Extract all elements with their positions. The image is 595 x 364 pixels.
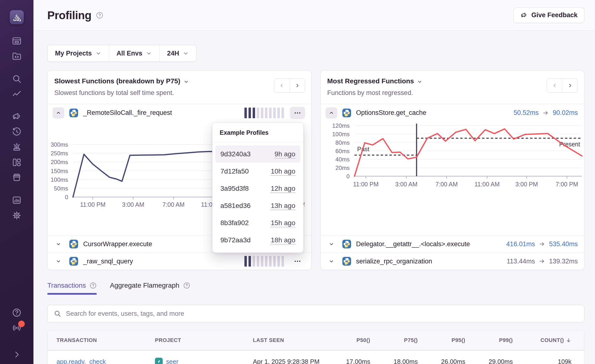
sidebar-item-dashboards[interactable]	[11, 157, 22, 168]
column-header-p99[interactable]: P99()	[465, 337, 513, 343]
tab-transactions[interactable]: Transactions	[47, 282, 97, 295]
expand-row-button[interactable]	[53, 241, 64, 247]
after-value[interactable]: 535.40ms	[549, 240, 578, 248]
sidebar-item-stats[interactable]	[11, 195, 22, 206]
project-cell[interactable]: seer	[155, 358, 253, 364]
pager-next-button[interactable]	[562, 79, 578, 92]
profile-age-link[interactable]: 12h ago	[271, 185, 295, 192]
distribution-bar	[253, 108, 255, 118]
function-name[interactable]: Delegator.__getattr__.<locals>.execute	[356, 240, 470, 248]
sidebar-item-releases[interactable]	[11, 172, 22, 183]
profile-age-link[interactable]: 15h ago	[271, 219, 295, 227]
chevron-right-icon	[567, 83, 573, 88]
sidebar-nav	[11, 35, 22, 221]
profile-item[interactable]: 8b3fa902 15h ago	[215, 214, 300, 231]
column-header-last-seen[interactable]: LAST SEEN	[253, 337, 323, 343]
column-header-p95[interactable]: P95()	[418, 337, 465, 343]
distribution-bar	[257, 256, 259, 267]
p75-distribution-bars	[244, 108, 284, 118]
before-value[interactable]: 416.01ms	[506, 240, 535, 248]
sidebar-item-traces[interactable]	[11, 88, 22, 100]
slowest-functions-title[interactable]: Slowest Functions (breakdown by P75)	[54, 77, 189, 85]
pager-previous-button[interactable]	[274, 79, 289, 92]
column-header-p75[interactable]: P75()	[370, 337, 418, 343]
profiling-help-icon[interactable]	[96, 11, 104, 19]
profile-id: a581ed36	[220, 202, 251, 210]
sentry-logo[interactable]	[10, 10, 24, 24]
releases-icon	[12, 173, 22, 183]
expand-row-button[interactable]	[53, 259, 64, 264]
after-value: 139.32ms	[549, 258, 578, 265]
function-name[interactable]: _raw_snql_query	[83, 258, 133, 265]
sidebar-item-whats-new[interactable]	[11, 322, 22, 333]
svg-text:11:00 AM: 11:00 AM	[474, 181, 499, 188]
chevron-right-icon	[12, 350, 21, 359]
function-name[interactable]: OptionsStore.get_cache	[356, 109, 426, 117]
profile-item[interactable]: 9d3240a3 9h ago	[215, 145, 300, 163]
sidebar-item-user-feedback[interactable]	[11, 111, 22, 122]
most-regressed-title[interactable]: Most Regressed Functions	[327, 77, 423, 85]
profile-item[interactable]: 7d12fa50 10h ago	[215, 163, 300, 180]
sidebar-item-alerts[interactable]	[11, 142, 22, 153]
transaction-link[interactable]: app.ready._check	[56, 358, 155, 364]
sidebar-item-replays[interactable]	[11, 126, 22, 137]
function-name[interactable]: CursorWrapper.execute	[83, 240, 152, 248]
search-input[interactable]	[66, 310, 578, 317]
sidebar-item-help[interactable]	[11, 307, 22, 318]
view-tabs: Transactions Aggregate Flamegraph	[47, 282, 584, 295]
python-icon	[69, 109, 78, 117]
function-name[interactable]: _RemoteSiloCall._fire_request	[83, 109, 172, 117]
svg-text:40ms: 40ms	[335, 156, 350, 163]
after-value[interactable]: 90.02ms	[553, 109, 578, 117]
pager-previous-button[interactable]	[547, 79, 562, 92]
expand-row-button[interactable]	[326, 241, 337, 247]
projects-icon	[12, 51, 22, 61]
sidebar-item-explore[interactable]	[11, 73, 22, 84]
environment-filter-label: All Envs	[117, 50, 143, 57]
sidebar-item-projects[interactable]	[11, 51, 22, 62]
sidebar-collapse-toggle[interactable]	[11, 349, 22, 360]
python-icon	[342, 240, 351, 248]
tab-help-icon[interactable]	[183, 282, 190, 289]
distribution-bar	[265, 108, 267, 118]
distribution-bar	[273, 256, 276, 267]
profile-item[interactable]: 3a95d3f8 12h ago	[215, 180, 300, 197]
profile-age-link[interactable]: 18h ago	[271, 236, 295, 244]
give-feedback-button[interactable]: Give Feedback	[514, 8, 584, 23]
collapse-row-button[interactable]	[53, 107, 64, 119]
svg-text:300ms: 300ms	[51, 141, 68, 148]
row-more-button[interactable]	[290, 107, 305, 119]
sidebar-item-settings[interactable]	[11, 210, 22, 221]
pager-next-button[interactable]	[289, 79, 305, 92]
profile-id: 7d12fa50	[220, 167, 249, 175]
sidebar-item-issues[interactable]	[11, 35, 22, 47]
table-row[interactable]: app.ready._check seer Apr 1, 2025 9:28:3…	[48, 350, 584, 364]
column-header-count[interactable]: COUNT()	[513, 337, 571, 343]
chevron-down-icon	[96, 50, 101, 56]
p95-cell: 26.00ms	[418, 358, 465, 364]
project-filter[interactable]: My Projects	[48, 45, 109, 62]
before-value[interactable]: 50.52ms	[514, 109, 539, 117]
profile-item[interactable]: 9b72aa3d 18h ago	[215, 231, 300, 249]
chevron-down-icon	[417, 79, 422, 84]
tab-label: Aggregate Flamegraph	[110, 282, 179, 289]
column-header-transaction[interactable]: TRANSACTION	[56, 337, 155, 343]
expand-row-button[interactable]	[326, 259, 337, 264]
function-name[interactable]: serialize_rpc_organization	[356, 258, 432, 265]
column-header-p50[interactable]: P50()	[323, 337, 370, 343]
profile-age-link[interactable]: 9h ago	[274, 150, 295, 158]
tab-help-icon[interactable]	[89, 282, 97, 289]
profile-item[interactable]: a581ed36 13h ago	[215, 197, 300, 214]
environment-filter[interactable]: All Envs	[109, 45, 160, 62]
row-more-button[interactable]	[290, 255, 305, 267]
time-range-filter-label: 24H	[167, 50, 179, 57]
column-header-project[interactable]: PROJECT	[155, 337, 253, 343]
ellipsis-icon	[294, 258, 301, 265]
tab-aggregate-flamegraph[interactable]: Aggregate Flamegraph	[110, 282, 190, 295]
profile-age-link[interactable]: 13h ago	[271, 202, 295, 210]
collapse-row-button[interactable]	[326, 107, 337, 119]
time-range-filter[interactable]: 24H	[159, 45, 196, 62]
distribution-bar	[277, 256, 280, 267]
python-icon	[69, 240, 78, 248]
profile-age-link[interactable]: 10h ago	[271, 167, 295, 175]
